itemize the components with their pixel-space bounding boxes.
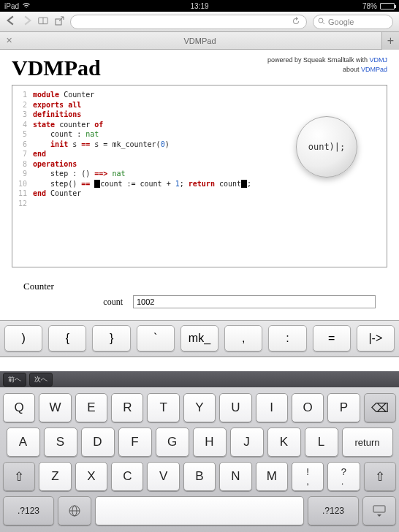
key-k[interactable]: K (267, 428, 301, 457)
key-m[interactable]: M (256, 462, 288, 491)
refresh-icon[interactable] (292, 17, 300, 27)
symbol-key[interactable]: ) (4, 325, 42, 352)
hide-keyboard-key[interactable] (362, 496, 396, 525)
tab-title: VDMPad (18, 37, 381, 45)
prev-field-button[interactable]: 前へ (3, 373, 26, 387)
key-y[interactable]: Y (183, 393, 216, 422)
credit-line: powered by Squeak Smalltalk with VDMJ ab… (267, 56, 387, 74)
vdmj-link[interactable]: VDMJ (370, 56, 388, 64)
punct-key[interactable]: !, (292, 462, 324, 491)
symbol-key[interactable]: = (313, 325, 351, 352)
key-a[interactable]: A (7, 428, 40, 457)
wifi-icon (22, 2, 31, 10)
page-title: VDMPad (12, 56, 101, 80)
svg-point-3 (319, 18, 323, 23)
key-q[interactable]: Q (3, 393, 35, 422)
result-label: count (23, 297, 133, 308)
symbol-key-row: ){}`mk_,:=|-> (0, 320, 399, 357)
browser-toolbar: Google (0, 12, 399, 32)
key-v[interactable]: V (147, 462, 179, 491)
space-key[interactable] (95, 496, 304, 525)
code-editor[interactable]: 1module Counter2exports all3definitions4… (12, 85, 387, 267)
key-h[interactable]: H (193, 428, 227, 457)
keyboard-accessory: 前へ 次へ (0, 371, 399, 387)
key-g[interactable]: G (156, 428, 189, 457)
result-value-input[interactable] (133, 295, 376, 308)
key-i[interactable]: I (256, 393, 288, 422)
key-x[interactable]: X (75, 462, 107, 491)
shift-key-right[interactable]: ⇧ (364, 462, 396, 491)
on-screen-keyboard: QWERTYUIOP⌫ ASDFGHJKLreturn ⇧ZXCVBNM!,?.… (0, 387, 399, 532)
symbol-key[interactable]: , (224, 325, 262, 352)
search-placeholder: Google (328, 18, 354, 26)
key-e[interactable]: E (75, 393, 107, 422)
page-content: VDMPad powered by Squeak Smalltalk with … (0, 50, 399, 320)
code-line: 1module Counter (15, 90, 384, 100)
new-tab-button[interactable]: + (381, 32, 399, 50)
content-gap (0, 357, 399, 371)
carrier-label: iPad (4, 2, 19, 10)
results-panel: Counter count (12, 276, 387, 317)
key-c[interactable]: C (111, 462, 143, 491)
symbol-key[interactable]: |-> (357, 325, 395, 352)
svg-line-4 (323, 22, 325, 24)
next-field-button[interactable]: 次へ (29, 373, 53, 387)
tab-close-button[interactable]: ✕ (0, 36, 18, 45)
code-line: 11end Counter (15, 189, 384, 199)
back-button[interactable] (6, 15, 16, 28)
symbol-key[interactable]: } (92, 325, 130, 352)
forward-button[interactable] (22, 15, 32, 28)
key-j[interactable]: J (230, 428, 264, 457)
mode-key[interactable]: .?123 (3, 496, 54, 525)
text-magnifier: ount)|; (296, 116, 357, 178)
search-icon (318, 18, 325, 26)
key-t[interactable]: T (147, 393, 179, 422)
key-d[interactable]: D (81, 428, 115, 457)
key-r[interactable]: R (111, 393, 143, 422)
backspace-key[interactable]: ⌫ (364, 393, 396, 422)
clock: 13:19 (190, 2, 208, 10)
symbol-key[interactable]: ` (137, 325, 175, 352)
battery-pct: 78% (362, 2, 377, 10)
about-link[interactable]: VDMPad (361, 66, 387, 73)
tab-bar: ✕ VDMPad + (0, 32, 399, 50)
code-line: 10 step() == (count := count + 1; return… (15, 179, 384, 189)
code-line: 12 (15, 199, 384, 209)
return-key[interactable]: return (342, 428, 393, 457)
punct-key[interactable]: ?. (327, 462, 360, 491)
key-o[interactable]: O (292, 393, 324, 422)
share-icon[interactable] (54, 15, 64, 28)
key-n[interactable]: N (219, 462, 251, 491)
battery-icon (380, 3, 395, 10)
key-p[interactable]: P (327, 393, 360, 422)
mode-key-right[interactable]: .?123 (308, 496, 359, 525)
key-z[interactable]: Z (39, 462, 71, 491)
symbol-key[interactable]: { (48, 325, 86, 352)
key-b[interactable]: B (183, 462, 216, 491)
bookmarks-icon[interactable] (38, 15, 48, 28)
shift-key[interactable]: ⇧ (3, 462, 35, 491)
key-f[interactable]: F (118, 428, 152, 457)
key-u[interactable]: U (219, 393, 251, 422)
code-line: 2exports all (15, 100, 384, 110)
key-w[interactable]: W (39, 393, 71, 422)
key-s[interactable]: S (44, 428, 77, 457)
symbol-key[interactable]: : (268, 325, 306, 352)
url-field[interactable] (70, 15, 307, 29)
results-heading: Counter (23, 281, 376, 292)
status-bar: iPad 13:19 78% (0, 0, 399, 12)
search-field[interactable]: Google (313, 15, 393, 29)
globe-key[interactable] (58, 496, 91, 525)
symbol-key[interactable]: mk_ (180, 325, 218, 352)
key-l[interactable]: L (305, 428, 338, 457)
svg-rect-8 (373, 506, 385, 512)
